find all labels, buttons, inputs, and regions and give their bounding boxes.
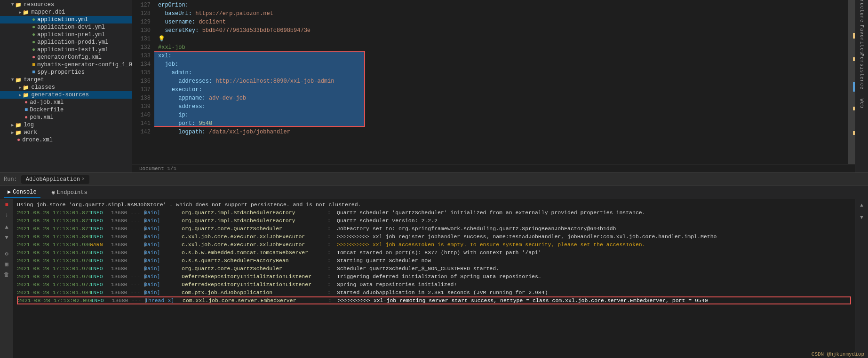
log-line-4: 2021-08-28 17:13:01.889 INFO 13680 --- […	[17, 233, 851, 241]
log-line-9: 2021-08-28 17:13:01.976 INFO 13680 --- […	[17, 272, 851, 280]
log-line-0: Using job-store 'org.quartz.simpl.RAMJob…	[17, 201, 851, 209]
spy-properties-label: spy.properties	[37, 69, 85, 76]
ad-job-xml-label: ad-job.xml	[30, 99, 64, 106]
log-label: log	[24, 122, 34, 128]
favorites-btn[interactable]: Favorites	[857, 35, 867, 44]
log-line-6: 2021-08-28 17:13:01.975 INFO 13680 --- […	[17, 249, 851, 257]
console-tab-console[interactable]: ▶ Console	[4, 187, 40, 198]
target-folder-icon: 📁	[15, 77, 22, 83]
console-right-sidebar: ▲ ▼	[855, 199, 868, 358]
log-line-2: 2021-08-28 17:13:01.871 INFO 13680 --- […	[17, 217, 851, 225]
code-line-131: 💡	[158, 35, 848, 43]
log-line-10: 2021-08-28 17:13:01.977 INFO 13680 --- […	[17, 280, 851, 288]
editor-content: 127 128 129 130 131 132 133 134 135 136 …	[132, 0, 855, 164]
expand-arrow-generated: ▶	[19, 93, 21, 98]
sidebar-item-work[interactable]: ▶ 📁 work	[0, 129, 132, 136]
settings-button[interactable]: ⚙	[2, 249, 11, 258]
mybatis-config-label: mybatis-generator-config_1_0.dtd	[37, 62, 132, 68]
console-scroll-down-btn[interactable]: ▼	[857, 213, 867, 222]
stop-button[interactable]: ■	[2, 201, 11, 209]
xml-icon-3: ●	[24, 114, 28, 121]
log-plain-text-0: Using job-store 'org.quartz.simpl.RAMJob…	[17, 201, 361, 209]
code-line-132: #xxl-job	[158, 43, 848, 52]
sidebar-item-application-dev1-yml[interactable]: ● application-dev1.yml	[0, 23, 132, 31]
console-tab-label: Console	[13, 189, 36, 195]
generated-sources-label: generated-sources	[31, 92, 88, 98]
console-tab-endpoints[interactable]: ◉ Endpoints	[48, 187, 91, 198]
code-line-142: logpath: /data/xxl-job/jobhandler	[158, 128, 848, 136]
expand-arrow-resources: ▼	[11, 2, 14, 7]
yaml-icon-4: ●	[32, 39, 35, 46]
code-line-128: baseUrl: https://erp.patozon.net	[158, 9, 848, 18]
sidebar-item-pom-xml[interactable]: ● pom.xml	[0, 114, 132, 121]
dockerfile-icon: ■	[24, 107, 28, 113]
run-tab-adjob[interactable]: AdJobApplication ×	[21, 175, 89, 184]
console-main: Using job-store 'org.quartz.simpl.RAMJob…	[13, 199, 855, 358]
resources-folder-icon: 📁	[15, 2, 22, 8]
sidebar-item-application-yml[interactable]: ● application.yml	[0, 16, 132, 23]
expand-arrow-work: ▶	[11, 130, 14, 135]
run-tab-close-icon[interactable]: ×	[82, 177, 85, 182]
log-line-8: 2021-08-28 17:13:01.976 INFO 13680 --- […	[17, 265, 851, 272]
yaml-icon-5: ●	[32, 47, 35, 53]
web-btn[interactable]: Web	[857, 99, 867, 108]
sidebar-item-classes[interactable]: ▶ 📁 classes	[0, 84, 132, 91]
sidebar-item-generator-config[interactable]: ● generatorConfig.xml	[0, 54, 132, 61]
xml-icon-1: ●	[32, 54, 35, 61]
sidebar-item-application-test1-yml[interactable]: ● application-test1.yml	[0, 46, 132, 54]
expand-arrow-target: ▼	[11, 78, 14, 82]
sidebar-item-dockerfile[interactable]: ■ Dockerfile	[0, 106, 132, 114]
scroll-indicator[interactable]	[848, 0, 855, 164]
run-bar: Run: AdJobApplication ×	[0, 172, 868, 186]
application-prod1-label: application-prod1.yml	[37, 39, 108, 46]
xml-icon-2: ●	[24, 99, 28, 106]
sidebar-item-ad-job-xml[interactable]: ● ad-job.xml	[0, 99, 132, 106]
sidebar-item-mybatis-config[interactable]: ■ mybatis-generator-config_1_0.dtd	[0, 61, 132, 69]
yaml-icon-1: ●	[32, 16, 35, 23]
sidebar-item-application-prod1-yml[interactable]: ● application-prod1.yml	[0, 39, 132, 46]
code-line-136: addresses: http://localhost:8090/xxl-job…	[158, 77, 848, 86]
watermark-text: CSDN @hjkinmydiop	[812, 351, 864, 357]
classes-label: classes	[31, 84, 55, 91]
scroll-down-button[interactable]: ↓	[2, 211, 11, 219]
sidebar-item-spy-properties[interactable]: ■ spy.properties	[0, 69, 132, 76]
sidebar-item-drone-xml[interactable]: ● drone.xml	[0, 136, 132, 144]
sidebar-item-mapper-db1[interactable]: ▶ 📁 mapper.db1	[0, 8, 132, 16]
code-line-139: address:	[158, 102, 848, 111]
sidebar-item-application-pre1-yml[interactable]: ● application-pre1.yml	[0, 31, 132, 39]
sidebar-item-generated-sources[interactable]: ▶ 📁 generated-sources	[0, 91, 132, 99]
code-line-130: secretKey: 5bdb407779613d533bdbfc8698b94…	[158, 26, 848, 35]
console-scroll-up-btn[interactable]: ▲	[857, 201, 867, 210]
code-content[interactable]: erpOrion: baseUrl: https://erp.patozon.n…	[154, 0, 848, 164]
structure-btn[interactable]: Structure	[857, 3, 867, 12]
endpoints-tab-label: Endpoints	[57, 189, 88, 196]
code-line-141: port: 9540	[158, 119, 848, 128]
application-dev1-label: application-dev1.yml	[37, 24, 105, 31]
log-line-3: 2021-08-28 17:13:01.871 INFO 13680 --- […	[17, 225, 851, 233]
expand-arrow-log: ▶	[11, 123, 14, 128]
yaml-icon-3: ●	[32, 31, 35, 38]
persistence-btn[interactable]: Persistence	[857, 67, 867, 76]
scroll-up-button[interactable]: ▲	[2, 223, 11, 232]
scroll-down2-button[interactable]: ▼	[2, 233, 11, 242]
code-line-129: username: dcclient	[158, 18, 848, 26]
application-yml-label: application.yml	[37, 16, 88, 23]
expand-arrow-classes: ▶	[19, 85, 21, 90]
doc-footer: Document 1/1	[132, 164, 855, 172]
resources-label: resources	[24, 1, 54, 8]
code-line-127: erpOrion:	[158, 1, 848, 9]
code-line-133: xxl:	[158, 52, 848, 60]
mapper-folder-icon: 📁	[23, 9, 29, 16]
right-sidebar: Structure Favorites Persistence Web	[855, 0, 868, 172]
sidebar-item-target[interactable]: ▼ 📁 target	[0, 76, 132, 84]
filter-button[interactable]: ▦	[2, 260, 11, 268]
bottom-area: ▶ Console ◉ Endpoints ■ ↓ ▲ ▼ ⚙ ▦ 🗑 Usin…	[0, 186, 868, 358]
log-line-1: 2021-08-28 17:13:01.871 INFO 13680 --- […	[17, 209, 851, 217]
sidebar-item-resources[interactable]: ▼ 📁 resources	[0, 1, 132, 8]
classes-folder-icon: 📁	[23, 85, 29, 91]
watermark: CSDN @hjkinmydiop	[812, 351, 864, 357]
sidebar-item-log[interactable]: ▶ 📁 log	[0, 121, 132, 129]
trash-button[interactable]: 🗑	[2, 270, 11, 279]
drone-xml-label: drone.xml	[22, 137, 53, 143]
work-folder-icon: 📁	[15, 130, 22, 136]
